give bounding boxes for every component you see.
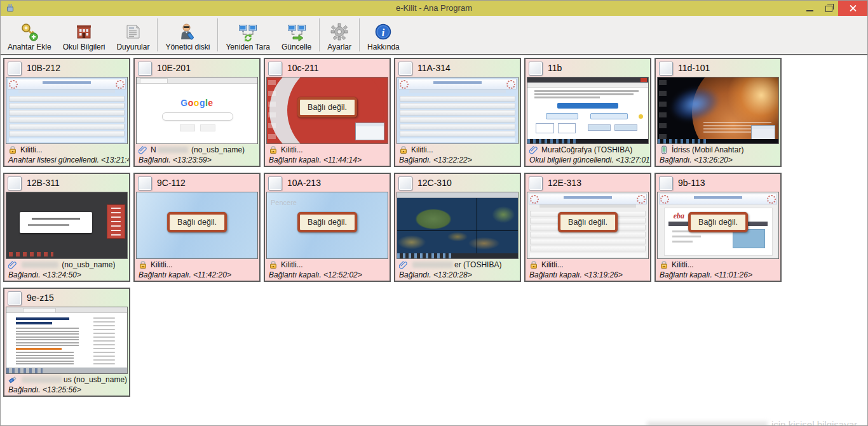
card-checkbox[interactable] [268, 62, 282, 76]
card-checkbox[interactable] [138, 62, 152, 76]
computer-card-12e-313[interactable]: 12E-313 Bağlı değil. Kilitli... Bağlantı… [524, 173, 651, 282]
lock-icon [139, 260, 147, 269]
maximize-button[interactable] [819, 1, 838, 16]
toolbar-button-school[interactable]: Okul Bilgileri [57, 16, 111, 54]
card-header: 10A-213 [265, 174, 390, 192]
toolbar-button-key-add[interactable]: Anahtar Ekle [2, 16, 57, 54]
thumbnail-watermark: Pencere [271, 199, 297, 206]
thumbnail-decoration [557, 103, 618, 109]
thumbnail-decoration [43, 81, 91, 84]
computer-card-11b[interactable]: 11b MuratCoğrafya (TOSHIBA) Okul bilgile… [524, 58, 651, 167]
card-title: 10E-201 [157, 63, 191, 73]
toolbar-button-label: Duyurular [116, 43, 149, 51]
minimize-button[interactable] [800, 1, 819, 16]
card-message-line: Bağlantı kapalı. <11:44:14> [265, 155, 390, 166]
redacted-name [412, 262, 453, 268]
thumbnail-decoration [530, 232, 646, 237]
card-thumbnail[interactable] [397, 77, 519, 144]
card-thumbnail[interactable]: Bağlı değil. [527, 192, 649, 259]
computer-card-11a-314[interactable]: 11A-314 Kilitli... Bağlandı. <13:22:22> [394, 58, 521, 167]
thumbnail-decoration [16, 342, 79, 343]
card-checkbox[interactable] [659, 176, 673, 190]
toolbar-button-update[interactable]: Güncelle [276, 16, 317, 54]
toolbar-button-admin-disk[interactable]: Yönetici diski [159, 16, 215, 54]
computer-card-12b-311[interactable]: 12B-311 (no_usb_name) Bağlandı. <13:24:5… [3, 173, 130, 282]
thumbnail-decoration: G [180, 98, 187, 108]
thumbnail-decoration [534, 93, 634, 95]
card-thumbnail[interactable] [6, 77, 128, 144]
thumbnail-decoration [672, 241, 693, 243]
card-checkbox[interactable] [8, 291, 22, 305]
card-message-line: Okul bilgileri güncellendi. <13:27:01> [526, 155, 650, 166]
thumbnail-decoration [527, 77, 648, 83]
card-checkbox[interactable] [659, 62, 673, 76]
card-title: 12E-313 [548, 178, 581, 188]
card-title: 11A-314 [417, 63, 451, 73]
watermark-text: için kişisel bilgisayar [771, 419, 857, 426]
redacted-name [22, 262, 58, 268]
card-thumbnail[interactable] [6, 192, 128, 259]
card-thumbnail[interactable]: PencereBağlı değil. [266, 192, 388, 259]
thumbnail-decoration [16, 348, 62, 350]
thumbnail-decoration [530, 246, 646, 251]
toolbar-button-rescan[interactable]: Yeniden Tara [220, 16, 275, 54]
toolbar-button-settings[interactable]: Ayarlar [322, 16, 357, 54]
computer-card-10b-212[interactable]: 10B-212 Kilitli... Anahtar listesi günce… [3, 58, 130, 167]
thumbnail-decoration [162, 112, 233, 121]
computer-card-10c-211[interactable]: 10c-211 Bağlı değil. Kilitli... Bağlantı… [264, 58, 391, 167]
thumbnail-decoration [6, 368, 127, 373]
lock-icon [660, 260, 668, 269]
toolbar-button-about[interactable]: i Hakkında [362, 16, 405, 54]
card-thumbnail[interactable] [397, 192, 519, 259]
card-checkbox[interactable] [138, 176, 152, 190]
card-thumbnail[interactable] [527, 77, 649, 144]
computer-card-9e-z15[interactable]: 9e-z15 us (no_usb_name) Bağlandı. <13:25… [3, 288, 130, 397]
redacted-name [158, 147, 188, 153]
toolbar-separator [359, 18, 360, 51]
card-status-line: Kilitli... [656, 259, 780, 270]
card-checkbox[interactable] [398, 176, 412, 190]
computer-card-9b-113[interactable]: 9b-113 ebaBağlı değil. Kilitli... Bağlan… [654, 173, 782, 282]
thumbnail-decoration [558, 123, 576, 133]
computer-card-11d-101[interactable]: 11d-101 İdriss (Mobil Anahtar) Bağlandı.… [654, 58, 782, 167]
thumbnail-decoration [16, 331, 79, 332]
computer-card-12c-310[interactable]: 12C-310 er (TOSHIBA) Bağlandı. <13:20:28… [394, 173, 521, 282]
card-thumbnail[interactable]: Bağlı değil. [136, 192, 258, 259]
thumbnail-decoration [751, 125, 775, 140]
card-thumbnail[interactable]: ebaBağlı değil. [657, 192, 779, 259]
computer-card-9c-112[interactable]: 9C-112 Bağlı değil. Kilitli... Bağlantı … [133, 173, 261, 282]
thumbnail-decoration [534, 97, 600, 98]
card-thumbnail[interactable]: Google [136, 77, 258, 144]
card-header: 11A-314 [395, 59, 520, 77]
card-thumbnail[interactable] [657, 77, 779, 144]
card-checkbox[interactable] [529, 176, 543, 190]
close-button[interactable] [838, 1, 867, 16]
card-checkbox[interactable] [398, 62, 412, 76]
thumbnail-decoration [672, 236, 702, 237]
card-title: 10B-212 [27, 63, 60, 73]
card-checkbox[interactable] [529, 62, 543, 76]
card-checkbox[interactable] [8, 62, 22, 76]
card-message-line: Bağlandı. <13:26:20> [656, 155, 780, 166]
card-message-line: Bağlantı kapalı. <12:52:02> [265, 270, 390, 281]
lock-icon [399, 145, 408, 154]
titlebar: e-Kilit - Ana Program [1, 1, 867, 16]
toolbar-button-announcements[interactable]: Duyurular [111, 16, 155, 54]
computer-card-10e-201[interactable]: 10E-201 Google N (no_usb_name) Bağlandı.… [133, 58, 261, 167]
card-checkbox[interactable] [8, 176, 22, 190]
card-status-line: us (no_usb_name) [4, 374, 129, 385]
toolbar-button-label: Yeniden Tara [226, 43, 269, 51]
card-thumbnail[interactable]: Bağlı değil. [266, 77, 388, 144]
card-thumbnail[interactable] [6, 307, 128, 374]
thumbnail-decoration [16, 336, 79, 338]
about-icon: i [373, 22, 393, 42]
thumbnail-decoration [28, 224, 69, 226]
thumbnail-decoration [703, 131, 757, 133]
card-checkbox[interactable] [268, 176, 282, 190]
card-title: 12C-310 [417, 178, 452, 188]
thumbnail-decoration [16, 357, 74, 359]
computer-card-10a-213[interactable]: 10A-213 PencereBağlı değil. Kilitli... B… [264, 173, 391, 282]
toolbar-button-label: Ayarlar [327, 43, 351, 51]
thumbnail-decoration [397, 192, 518, 198]
card-message-line: Bağlandı. <13:24:50> [4, 270, 129, 281]
